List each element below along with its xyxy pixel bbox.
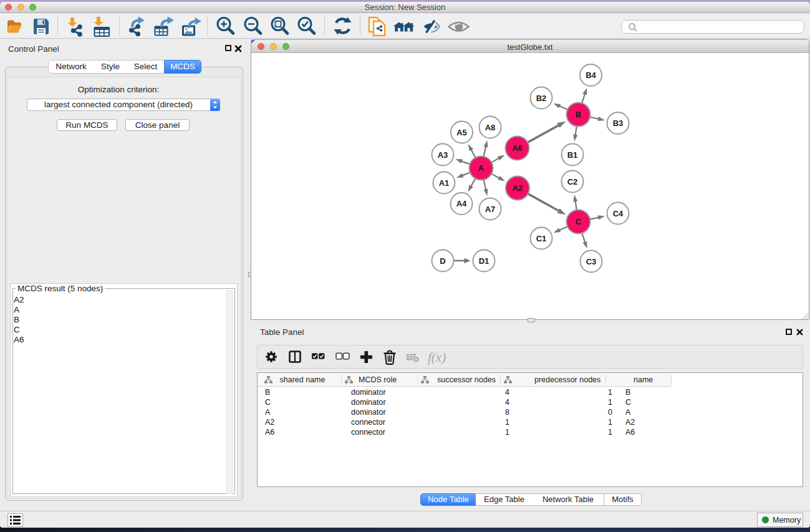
svg-text:A7: A7: [485, 205, 496, 214]
svg-text:A2: A2: [513, 183, 523, 193]
svg-text:A4: A4: [456, 199, 467, 208]
svg-text:A5: A5: [456, 128, 467, 137]
svg-text:A3: A3: [438, 150, 448, 160]
svg-text:A6: A6: [512, 143, 523, 153]
svg-text:B4: B4: [586, 70, 596, 80]
svg-text:C3: C3: [586, 257, 597, 266]
svg-text:B1: B1: [567, 150, 578, 160]
svg-text:C2: C2: [567, 177, 578, 186]
svg-text:D1: D1: [479, 256, 489, 266]
svg-text:C: C: [576, 217, 582, 226]
svg-text:B3: B3: [613, 118, 624, 128]
svg-text:A1: A1: [439, 178, 450, 188]
svg-text:C4: C4: [613, 209, 624, 218]
svg-text:A8: A8: [485, 123, 496, 132]
svg-text:B: B: [576, 110, 581, 119]
svg-text:D: D: [440, 256, 445, 266]
svg-text:f(x): f(x): [428, 350, 446, 365]
svg-text:B2: B2: [536, 94, 547, 103]
svg-text:C1: C1: [536, 234, 547, 243]
svg-text:A: A: [478, 163, 485, 173]
